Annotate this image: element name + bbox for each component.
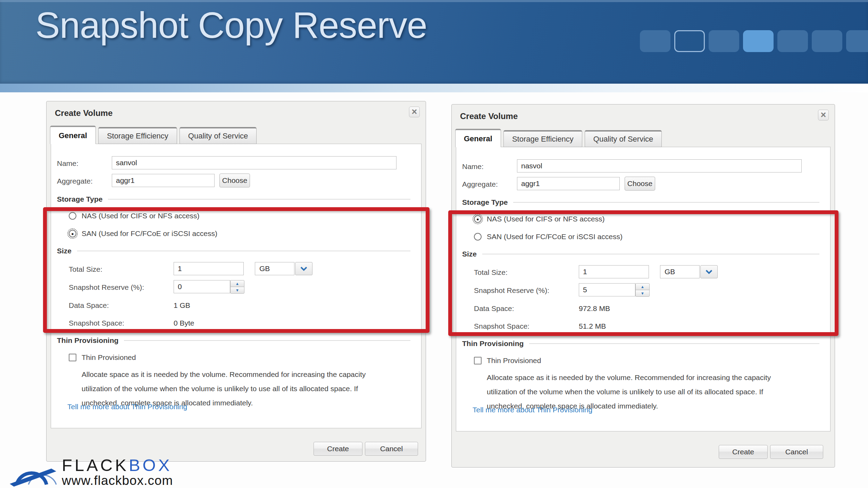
spinner-down-button[interactable]: ▼ bbox=[635, 290, 650, 297]
aggregate-input[interactable] bbox=[112, 174, 215, 187]
create-button[interactable]: Create bbox=[719, 445, 768, 459]
data-space-label: Data Space: bbox=[69, 301, 109, 310]
snapshot-reserve-label: Snapshot Reserve (%): bbox=[474, 286, 549, 295]
snapshot-reserve-input[interactable] bbox=[174, 280, 230, 293]
thin-provisioned-checkbox-row[interactable]: Thin Provisioned bbox=[474, 356, 541, 365]
name-label: Name: bbox=[462, 162, 484, 171]
radio-nas-label: NAS (Used for CIFS or NFS access) bbox=[82, 212, 200, 220]
radio-san[interactable]: SAN (Used for FC/FCoE or iSCSI access) bbox=[474, 233, 623, 241]
radio-circle-icon: ● bbox=[69, 230, 76, 237]
radio-dot: ● bbox=[476, 217, 479, 221]
arrow-down-icon: ▼ bbox=[641, 291, 644, 295]
data-space-value: 1 GB bbox=[174, 301, 190, 310]
arrow-down-icon: ▼ bbox=[235, 288, 239, 292]
arrow-up-icon: ▲ bbox=[641, 285, 644, 289]
chevron-down-icon bbox=[300, 266, 308, 271]
tab-bar: General Storage Efficiency Quality of Se… bbox=[455, 129, 831, 147]
dialog-title: Create Volume bbox=[460, 111, 518, 121]
checkbox-icon[interactable] bbox=[69, 354, 76, 361]
banner-decor-squares bbox=[640, 30, 868, 52]
checkbox-icon[interactable] bbox=[474, 357, 482, 364]
radio-san[interactable]: ● SAN (Used for FC/FCoE or iSCSI access) bbox=[69, 229, 217, 238]
thin-provisioning-header: Thin Provisioning bbox=[57, 336, 410, 345]
spinner-up-button[interactable]: ▲ bbox=[230, 280, 244, 287]
name-input[interactable] bbox=[517, 159, 802, 173]
snapshot-space-value: 0 Byte bbox=[174, 319, 194, 327]
thin-provisioning-link[interactable]: Tell me more about Thin Provisioning bbox=[67, 403, 187, 411]
cancel-button[interactable]: Cancel bbox=[365, 442, 418, 456]
close-icon: × bbox=[821, 110, 826, 120]
aggregate-label: Aggregate: bbox=[57, 177, 93, 185]
radio-san-label: SAN (Used for FC/FCoE or iSCSI access) bbox=[487, 233, 623, 241]
bridge-logo-icon bbox=[10, 453, 62, 487]
cancel-button[interactable]: Cancel bbox=[770, 445, 823, 459]
total-size-label: Total Size: bbox=[69, 265, 102, 274]
chevron-down-icon bbox=[705, 269, 713, 274]
tab-general[interactable]: General bbox=[50, 126, 96, 144]
tab-bar: General Storage Efficiency Quality of Se… bbox=[50, 126, 422, 144]
thin-provisioned-checkbox-row[interactable]: Thin Provisioned bbox=[69, 353, 136, 362]
tab-storage-efficiency[interactable]: Storage Efficiency bbox=[503, 130, 582, 147]
decor-square-outline bbox=[674, 30, 705, 52]
unit-value: GB bbox=[660, 265, 700, 278]
snapshot-space-label: Snapshot Space: bbox=[69, 319, 124, 327]
slide: Snapshot Copy Reserve Create Volume × Ge… bbox=[0, 0, 868, 488]
decor-square bbox=[777, 30, 808, 52]
thin-provisioned-label: Thin Provisioned bbox=[487, 356, 541, 365]
spinner-up-button[interactable]: ▲ bbox=[635, 283, 650, 290]
unit-dropdown-button[interactable] bbox=[700, 265, 718, 278]
snapshot-space-label: Snapshot Space: bbox=[474, 322, 529, 330]
storage-type-header: Storage Type bbox=[462, 198, 819, 207]
name-input[interactable] bbox=[112, 156, 397, 169]
data-space-label: Data Space: bbox=[474, 304, 514, 313]
size-header: Size bbox=[462, 250, 819, 258]
thin-provisioning-link[interactable]: Tell me more about Thin Provisioning bbox=[473, 406, 592, 414]
page-title: Snapshot Copy Reserve bbox=[35, 4, 427, 46]
decor-square bbox=[846, 30, 868, 52]
tab-quality-of-service[interactable]: Quality of Service bbox=[585, 130, 662, 147]
snapshot-reserve-label: Snapshot Reserve (%): bbox=[69, 283, 144, 292]
decor-square-accent bbox=[743, 30, 774, 52]
brand-flack: FLACK bbox=[62, 456, 129, 474]
tab-general[interactable]: General bbox=[455, 129, 501, 147]
aggregate-input[interactable] bbox=[517, 177, 620, 190]
radio-nas[interactable]: NAS (Used for CIFS or NFS access) bbox=[69, 212, 200, 220]
choose-button[interactable]: Choose bbox=[219, 174, 250, 187]
radio-circle-icon bbox=[474, 233, 482, 241]
radio-dot: ● bbox=[71, 232, 74, 236]
radio-nas-label: NAS (Used for CIFS or NFS access) bbox=[487, 215, 605, 223]
total-size-input[interactable] bbox=[579, 265, 649, 278]
total-size-input[interactable] bbox=[174, 262, 244, 275]
thin-provisioned-label: Thin Provisioned bbox=[82, 353, 136, 362]
tab-storage-efficiency[interactable]: Storage Efficiency bbox=[98, 127, 177, 144]
size-header: Size bbox=[57, 247, 410, 255]
decor-square bbox=[709, 30, 739, 52]
spinner-down-button[interactable]: ▼ bbox=[230, 287, 244, 294]
decor-square bbox=[812, 30, 842, 52]
arrow-up-icon: ▲ bbox=[235, 281, 239, 286]
unit-value: GB bbox=[255, 262, 294, 275]
data-space-value: 972.8 MB bbox=[579, 304, 610, 313]
radio-circle-icon: ● bbox=[474, 215, 482, 223]
radio-san-label: SAN (Used for FC/FCoE or iSCSI access) bbox=[82, 229, 217, 238]
brand-box: BOX bbox=[129, 456, 172, 474]
total-size-label: Total Size: bbox=[474, 268, 508, 277]
thin-provisioning-header: Thin Provisioning bbox=[462, 339, 819, 348]
unit-dropdown-button[interactable] bbox=[295, 262, 312, 275]
tab-quality-of-service[interactable]: Quality of Service bbox=[180, 127, 257, 144]
close-button[interactable]: × bbox=[818, 110, 829, 120]
create-button[interactable]: Create bbox=[314, 442, 362, 456]
close-button[interactable]: × bbox=[409, 107, 420, 117]
snapshot-reserve-spinner: ▲ ▼ bbox=[230, 280, 244, 294]
radio-nas[interactable]: ● NAS (Used for CIFS or NFS access) bbox=[474, 215, 605, 223]
decor-square bbox=[640, 30, 670, 52]
choose-button[interactable]: Choose bbox=[625, 177, 655, 191]
name-label: Name: bbox=[57, 159, 78, 168]
create-volume-dialog-nas: Create Volume × General Storage Efficien… bbox=[451, 104, 835, 468]
snapshot-reserve-input[interactable] bbox=[579, 283, 635, 296]
aggregate-label: Aggregate: bbox=[462, 180, 498, 188]
brand-url: www.flackbox.com bbox=[62, 473, 173, 488]
create-volume-dialog-san: Create Volume × General Storage Efficien… bbox=[46, 101, 426, 462]
storage-type-header: Storage Type bbox=[57, 195, 410, 203]
dialog-title: Create Volume bbox=[55, 108, 112, 118]
